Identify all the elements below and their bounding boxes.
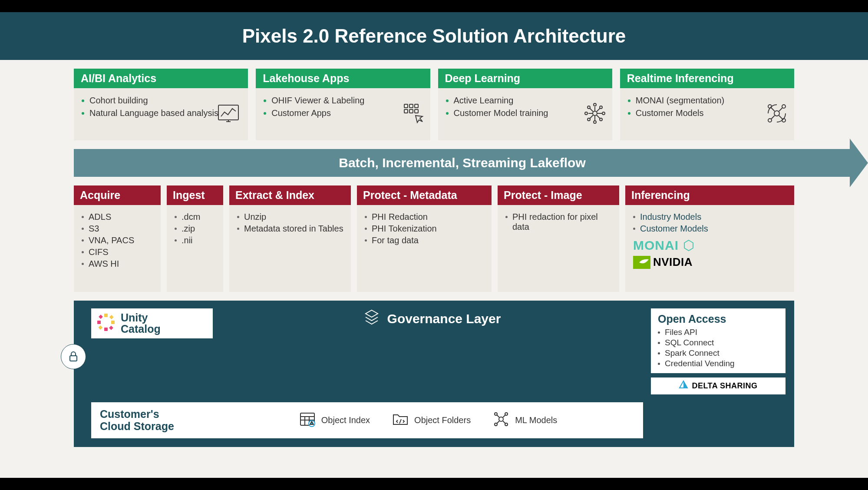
storage-item-ml-models: ML Models <box>492 411 557 430</box>
card-deep-learning: Deep Learning Active Learning Customer M… <box>438 69 612 140</box>
list-item: Files API <box>658 327 779 338</box>
svg-rect-26 <box>111 321 115 324</box>
card-protect-image: Protect - Image PHI redaction for pixel … <box>498 185 619 292</box>
card-title: Extract & Index <box>229 185 351 205</box>
list-item: VNA, PACS <box>82 235 155 246</box>
card-title: Lakehouse Apps <box>256 69 430 88</box>
inference-nodes-icon <box>766 102 788 126</box>
list-item: PHI Tokenization <box>365 223 485 235</box>
list-item: Cohort building <box>82 94 218 107</box>
storage-item-object-index: Object Index <box>299 411 370 430</box>
card-realtime-inferencing: Realtime Inferencing MONAI (segmentation… <box>620 69 794 140</box>
list-item: .zip <box>175 223 217 235</box>
svg-rect-27 <box>99 315 103 319</box>
card-title: Inferencing <box>625 185 794 205</box>
list-item: For tag data <box>365 235 485 246</box>
delta-sharing-card: DELTA SHARING <box>651 377 785 394</box>
svg-rect-30 <box>109 326 113 330</box>
svg-rect-4 <box>404 109 408 113</box>
list-item: Metadata stored in Tables <box>237 223 345 235</box>
list-item: .dcm <box>175 211 217 223</box>
svg-rect-6 <box>415 109 418 113</box>
list-item: OHIF Viewer & Labeling <box>264 94 364 107</box>
card-title: Realtime Inferencing <box>620 69 794 88</box>
card-title: Protect - Metadata <box>357 185 492 205</box>
list-item: CIFS <box>82 246 155 258</box>
lock-icon <box>61 344 86 369</box>
list-item: S3 <box>82 223 155 235</box>
svg-rect-5 <box>409 109 413 113</box>
list-item: .nii <box>175 235 217 246</box>
list-item: Unzip <box>237 211 345 223</box>
list-item: ADLS <box>82 211 155 223</box>
governance-layer-title: Governance Layer <box>221 308 643 329</box>
svg-rect-2 <box>409 104 413 108</box>
svg-rect-1 <box>404 104 408 108</box>
svg-point-18 <box>782 105 785 108</box>
list-item: SQL Connect <box>658 338 779 348</box>
list-item: Active Learning <box>446 94 548 107</box>
card-title: Ingest <box>167 185 223 205</box>
list-item: Customer Model training <box>446 107 548 119</box>
unity-catalog-card: UnityCatalog <box>91 308 213 338</box>
svg-point-9 <box>594 121 596 123</box>
nvidia-logo: NVIDIA <box>633 255 788 269</box>
unity-catalog-label: UnityCatalog <box>121 312 161 335</box>
list-item: MONAI (segmentation) <box>628 94 725 107</box>
grid-touch-icon <box>403 103 424 126</box>
pipeline-row: Acquire ADLS S3 VNA, PACS CIFS AWS HI In… <box>74 185 794 292</box>
unity-catalog-icon <box>96 313 116 334</box>
delta-sharing-icon <box>679 380 688 392</box>
list-item: AWS HI <box>82 258 155 270</box>
flow-arrow: Batch, Incremental, Streaming Lakeflow <box>74 149 794 177</box>
svg-point-8 <box>594 103 596 106</box>
svg-point-19 <box>768 119 772 122</box>
list-item: Spark Connect <box>658 348 779 358</box>
card-protect-metadata: Protect - Metadata PHI Redaction PHI Tok… <box>357 185 492 292</box>
list-item: PHI Redaction <box>365 211 485 223</box>
list-item: Customer Models <box>628 107 725 119</box>
code-folder-icon <box>392 411 409 430</box>
page-title: Pixels 2.0 Reference Solution Architectu… <box>0 12 868 60</box>
svg-marker-21 <box>684 240 693 251</box>
card-title: Protect - Image <box>498 185 619 205</box>
storage-item-object-folders: Object Folders <box>392 411 471 430</box>
cloud-storage-card: Customer'sCloud Storage <box>91 402 643 438</box>
list-item: PHI redaction for pixel data <box>505 211 613 233</box>
card-ingest: Ingest .dcm .zip .nii <box>167 185 223 292</box>
svg-rect-28 <box>109 315 114 319</box>
ml-graph-icon <box>492 411 510 430</box>
top-row: AI/BI Analytics Cohort building Natural … <box>74 69 794 140</box>
layers-icon <box>363 308 380 329</box>
card-title: Deep Learning <box>438 69 612 88</box>
svg-rect-23 <box>104 314 108 317</box>
card-lakehouse-apps: Lakehouse Apps OHIF Viewer & Labeling Cu… <box>256 69 430 140</box>
card-title: AI/BI Analytics <box>74 69 248 88</box>
svg-point-16 <box>774 111 779 116</box>
svg-point-11 <box>602 112 605 115</box>
storage-title: Customer'sCloud Storage <box>100 408 204 432</box>
list-item: Customer Models <box>633 223 788 235</box>
neural-net-icon <box>584 102 606 126</box>
card-extract: Extract & Index Unzip Metadata stored in… <box>229 185 351 292</box>
dashboard-chart-icon <box>218 103 242 126</box>
list-item: Customer Apps <box>264 107 364 119</box>
list-item: Credential Vending <box>658 358 779 369</box>
svg-rect-29 <box>98 325 102 330</box>
open-access-card: Open Access Files API SQL Connect Spark … <box>651 308 785 373</box>
svg-point-7 <box>593 111 597 116</box>
card-title: Acquire <box>74 185 161 205</box>
svg-point-10 <box>585 112 587 115</box>
card-ai-bi: AI/BI Analytics Cohort building Natural … <box>74 69 248 140</box>
table-grid-icon <box>299 411 316 430</box>
card-acquire: Acquire ADLS S3 VNA, PACS CIFS AWS HI <box>74 185 161 292</box>
svg-rect-24 <box>104 328 108 331</box>
svg-rect-0 <box>218 105 238 120</box>
svg-point-33 <box>499 417 503 421</box>
svg-rect-22 <box>70 356 77 361</box>
svg-rect-25 <box>97 321 101 324</box>
list-item: Industry Models <box>633 211 788 223</box>
governance-block: UnityCatalog Governance Layer Open Acc <box>74 301 794 447</box>
svg-rect-3 <box>415 104 418 108</box>
monai-logo: MONAI <box>633 238 788 253</box>
